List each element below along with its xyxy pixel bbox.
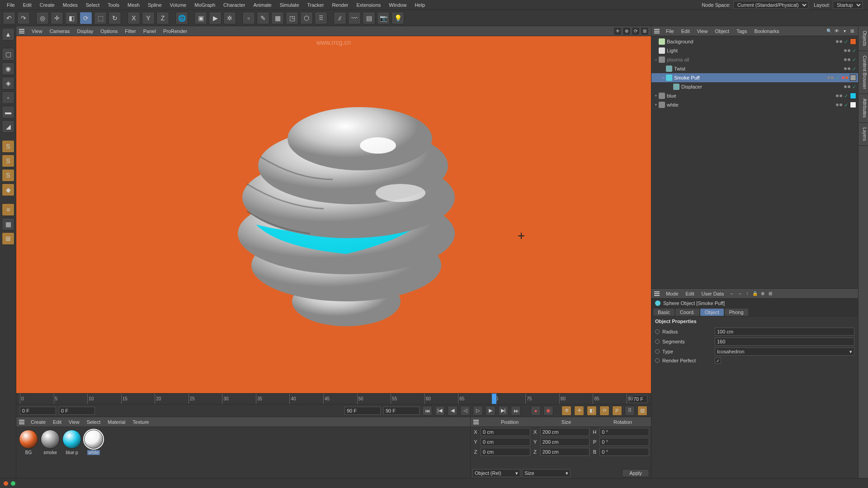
rotate-tool-button[interactable]: ⟳ [80, 12, 92, 24]
attr-input[interactable]: 160 [715, 338, 854, 346]
coord-rot-input[interactable]: 0 ° [599, 438, 649, 446]
material-menu-create[interactable]: Create [27, 418, 49, 426]
coord-rot-input[interactable]: 0 ° [599, 448, 649, 456]
menu-tools[interactable]: Tools [104, 1, 123, 9]
viewport-menu-panel[interactable]: Panel [140, 27, 160, 35]
objmgr-menu-file[interactable]: File [662, 27, 678, 35]
coord-mode2-select[interactable]: Size▾ [522, 469, 570, 477]
attr-anim-dot[interactable] [655, 358, 660, 363]
enable-axis-button[interactable]: S [2, 140, 14, 153]
coord-size-input[interactable]: 200 cm [540, 448, 590, 456]
viewport-solo3-button[interactable]: ⊞ [2, 232, 14, 245]
end-frame-input[interactable]: 90 F [383, 407, 420, 415]
vp-rotate-icon[interactable]: ⟳ [632, 28, 639, 35]
prev-frame-button[interactable]: ◀ [448, 406, 458, 416]
objmgr-close-icon[interactable]: ⊞ [849, 28, 855, 34]
menu-mesh[interactable]: Mesh [123, 1, 144, 9]
vp-nav-icon[interactable]: ✛ [614, 28, 621, 35]
vp-zoom-icon[interactable]: ⊕ [623, 28, 630, 35]
subdiv-button[interactable]: ▦ [271, 12, 284, 24]
viewport-menu-prorender[interactable]: ProRender [160, 27, 191, 35]
material-hamburger-icon[interactable] [19, 420, 24, 424]
menu-mograph[interactable]: MoGraph [190, 1, 219, 9]
goto-start-button[interactable]: ⏮ [422, 406, 432, 416]
side-tab-attributes[interactable]: Attributes [859, 94, 868, 122]
cloner-button[interactable]: ⠿ [315, 12, 327, 24]
material-tag-icon[interactable] [850, 38, 856, 45]
object-displacer[interactable]: Displacer✓ [651, 82, 858, 91]
attr-up-icon[interactable]: ↑ [744, 291, 750, 297]
camera-button[interactable]: 📷 [377, 12, 390, 24]
object-visibility-dots[interactable]: ✓ [844, 84, 856, 90]
play-forward-button[interactable]: ▷ [473, 406, 483, 416]
attr-fwd-icon[interactable]: → [736, 291, 743, 297]
viewport-menu-options[interactable]: Options [97, 27, 121, 35]
object-background[interactable]: Background✓ [651, 37, 858, 46]
object-light[interactable]: Light✓ [651, 46, 858, 55]
menu-simulate[interactable]: Simulate [276, 1, 303, 9]
timeline[interactable]: 051015202530354045505560657075808590 70 … [16, 393, 651, 404]
texture-mode-button[interactable]: ◉ [2, 62, 14, 75]
material-menu-view[interactable]: View [65, 418, 83, 426]
goto-nextkey-button[interactable]: ▶| [498, 406, 508, 416]
redo-button[interactable]: ↷ [17, 12, 30, 24]
floor-button[interactable]: ▤ [363, 12, 375, 24]
material-white[interactable]: white [84, 430, 103, 455]
attr-select[interactable]: Icosahedron▾ [715, 347, 854, 356]
coord-mode1-select[interactable]: Object (Rel)▾ [472, 469, 520, 477]
objmgr-menu-bookmarks[interactable]: Bookmarks [750, 27, 783, 35]
attr-menu-edit[interactable]: Edit [682, 290, 698, 298]
edge-mode-button[interactable]: ▬ [2, 106, 14, 118]
scale-tool-button[interactable]: ◧ [65, 12, 78, 24]
record-key-button[interactable]: ● [531, 406, 541, 416]
side-tab-objects[interactable]: Objects [859, 26, 868, 51]
objmgr-filter-icon[interactable]: ▾ [841, 28, 848, 34]
object-smoke-puff[interactable]: −Smoke Puff✓ [651, 73, 858, 82]
goto-prevkey-button[interactable]: |◀ [435, 406, 445, 416]
attr-new-icon[interactable]: ⊕ [760, 291, 766, 297]
object-plasma-all[interactable]: −plasma all✓ [651, 55, 858, 64]
material-tag-icon[interactable] [850, 75, 856, 81]
timeline-ruler[interactable]: 051015202530354045505560657075808590 [20, 394, 627, 404]
viewport-solo-button[interactable]: ≡ [2, 203, 14, 216]
coord-hamburger-icon[interactable] [473, 420, 479, 424]
side-tab-content-browser[interactable]: Content Browser [859, 51, 868, 94]
viewport-menu-cameras[interactable]: Cameras [46, 27, 74, 35]
object-white[interactable]: +white✓ [651, 100, 858, 109]
menu-animate[interactable]: Animate [249, 1, 275, 9]
attr-tab-phong[interactable]: Phong [725, 309, 748, 316]
z-axis-button[interactable]: Z [156, 12, 169, 24]
point-mode-button[interactable]: ▫ [2, 91, 14, 104]
preview-end-input[interactable]: 90 F [344, 407, 381, 415]
object-visibility-dots[interactable]: ✓ [844, 48, 856, 54]
goto-end-button[interactable]: ⏭ [511, 406, 521, 416]
vp-toggle-icon[interactable]: ⊞ [641, 28, 648, 35]
tree-expand-icon[interactable]: + [653, 103, 659, 107]
attr-lock-icon[interactable]: 🔒 [752, 291, 758, 297]
attr-back-icon[interactable]: ← [729, 291, 735, 297]
material-menu-material[interactable]: Material [104, 418, 129, 426]
menu-window[interactable]: Window [385, 1, 410, 9]
viewport-menu-view[interactable]: View [28, 27, 46, 35]
recent-tool-button[interactable]: ⬚ [94, 12, 107, 24]
move-tool-button[interactable]: ✛ [51, 12, 63, 24]
viewport[interactable]: www.rrcg.cn [16, 36, 651, 393]
material-tag-icon[interactable] [850, 93, 856, 99]
side-tab-layers[interactable]: Layers [859, 123, 868, 146]
timeline-playhead[interactable] [492, 394, 496, 404]
attr-hamburger-icon[interactable] [654, 291, 660, 296]
attr-checkbox[interactable]: ✓ [715, 357, 721, 364]
coord-pos-input[interactable]: 0 cm [481, 428, 530, 436]
viewport-menu-filter[interactable]: Filter [121, 27, 139, 35]
x-axis-button[interactable]: X [127, 12, 140, 24]
object-visibility-dots[interactable]: ✓ [827, 75, 848, 81]
render-view-button[interactable]: ▣ [194, 12, 207, 24]
workplane-mode-button[interactable]: ◈ [2, 77, 14, 89]
attr-input[interactable]: 100 cm [715, 328, 854, 336]
play-backward-button[interactable]: ◁ [460, 406, 470, 416]
attr-menu-mode[interactable]: Mode [662, 290, 682, 298]
object-blue[interactable]: +blue✓ [651, 91, 858, 100]
pos-key-button[interactable]: ✛ [574, 406, 584, 416]
anim-layer-button[interactable]: ▥ [637, 406, 647, 416]
objmgr-menu-edit[interactable]: Edit [678, 27, 693, 35]
